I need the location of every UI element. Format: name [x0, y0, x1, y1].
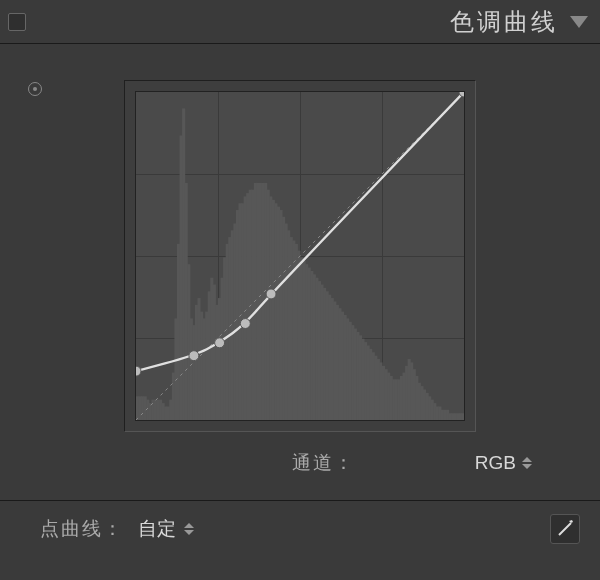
point-curve-value-text: 自定	[138, 516, 176, 542]
stepper-icon	[522, 457, 532, 469]
curve-svg	[136, 92, 464, 420]
channel-select[interactable]: RGB	[475, 452, 532, 474]
curve-editor-frame	[124, 80, 476, 432]
channel-value-text: RGB	[475, 452, 516, 474]
svg-line-129	[559, 523, 571, 535]
point-curve-label: 点曲线：	[40, 516, 124, 542]
target-adjust-icon[interactable]	[28, 82, 42, 96]
channel-label: 通道：	[292, 450, 355, 476]
stepper-icon	[184, 523, 194, 535]
edit-curve-button[interactable]	[550, 514, 580, 544]
point-curve-select[interactable]: 自定	[138, 516, 194, 542]
svg-marker-130	[569, 520, 573, 523]
bottom-bar: 点曲线： 自定	[0, 500, 600, 556]
curve-point[interactable]	[240, 319, 250, 329]
collapse-triangle-icon[interactable]	[570, 16, 588, 28]
pencil-icon	[556, 520, 574, 538]
panel-title: 色调曲线	[450, 6, 558, 38]
panel-body: 通道： RGB	[0, 44, 600, 500]
panel-header: 色调曲线	[0, 0, 600, 44]
svg-rect-127	[461, 413, 464, 420]
curve-point[interactable]	[266, 289, 276, 299]
channel-row: 通道： RGB	[28, 432, 572, 490]
curve-editor[interactable]	[135, 91, 465, 421]
curve-point[interactable]	[215, 338, 225, 348]
curve-point[interactable]	[189, 351, 199, 361]
panel-header-chip	[8, 13, 26, 31]
curve-point[interactable]	[136, 366, 141, 376]
